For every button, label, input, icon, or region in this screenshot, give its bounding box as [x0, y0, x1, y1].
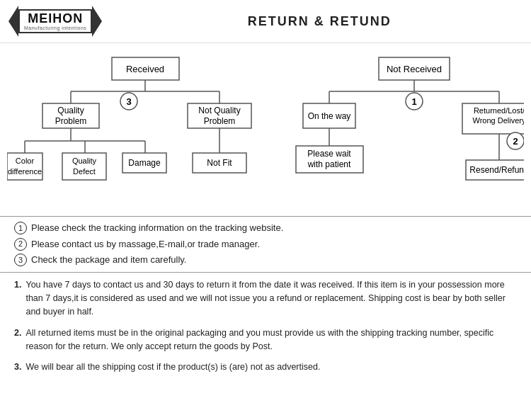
- logo-tagline: Manufacturing intentions: [24, 25, 86, 30]
- list-text-1: You have 7 days to contact us and 30 day…: [25, 278, 517, 319]
- svg-text:Damage: Damage: [128, 158, 161, 168]
- svg-text:Quality: Quality: [57, 106, 84, 115]
- svg-text:Problem: Problem: [204, 116, 236, 126]
- logo-name: MEIHON: [28, 12, 83, 26]
- svg-text:Defect: Defect: [73, 167, 96, 176]
- note-circle-2: 2: [14, 238, 27, 251]
- svg-text:Returned/Lost/: Returned/Lost/: [474, 106, 524, 115]
- svg-text:Quality: Quality: [72, 157, 97, 165]
- svg-text:Please wait: Please wait: [308, 149, 352, 159]
- list-text-2: All returned items must be in the origin…: [25, 327, 517, 354]
- svg-text:Problem: Problem: [55, 116, 87, 126]
- logo-triangle-right: [92, 6, 102, 37]
- svg-text:Not Quality: Not Quality: [198, 106, 240, 115]
- logo-box: MEIHON Manufacturing intentions: [18, 9, 92, 34]
- flow-left-svg: Received 3 Quality Problem Not Quality P…: [7, 50, 283, 213]
- header: MEIHON Manufacturing intentions RETURN &…: [0, 0, 531, 43]
- note-item-3: 3 Check the package and item carefully.: [14, 253, 517, 267]
- svg-text:On the way: On the way: [308, 111, 351, 121]
- list-item-3: 3. We will bear all the shipping cost if…: [14, 361, 517, 374]
- svg-text:with patient: with patient: [307, 159, 351, 169]
- svg-text:Wrong Delivery: Wrong Delivery: [473, 116, 524, 125]
- note-item-2: 2 Please contact us by massage,E-mail,or…: [14, 237, 517, 251]
- list-num-3: 3.: [14, 361, 21, 374]
- flow-right-svg: Not Received 1 On the way Returned/Lost/…: [283, 50, 524, 213]
- note-circle-3: 3: [14, 254, 27, 266]
- svg-text:3: 3: [126, 96, 131, 107]
- list-item-2: 2. All returned items must be in the ori…: [14, 327, 517, 354]
- note-circle-1: 1: [14, 222, 27, 234]
- note-item-1: 1 Please check the tracking information …: [14, 221, 517, 235]
- flow-left-panel: Received 3 Quality Problem Not Quality P…: [7, 50, 283, 213]
- logo-area: MEIHON Manufacturing intentions: [8, 6, 102, 37]
- notes-section: 1 Please check the tracking information …: [0, 216, 531, 272]
- list-text-3: We will bear all the shipping cost if th…: [25, 361, 320, 374]
- list-num-1: 1.: [14, 278, 21, 319]
- list-item-1: 1. You have 7 days to contact us and 30 …: [14, 278, 517, 319]
- svg-text:1: 1: [412, 96, 417, 107]
- svg-text:2: 2: [513, 136, 518, 147]
- flow-right-panel: Not Received 1 On the way Returned/Lost/…: [283, 50, 524, 213]
- svg-text:Not Fit: Not Fit: [207, 158, 232, 168]
- list-section: 1. You have 7 days to contact us and 30 …: [0, 272, 531, 387]
- svg-text:Resend/Refund: Resend/Refund: [470, 165, 524, 175]
- note-text-2: Please contact us by massage,E-mail,or t…: [31, 237, 260, 251]
- svg-text:Not  Received: Not Received: [387, 64, 442, 74]
- logo-triangle-left: [8, 6, 18, 37]
- list-num-2: 2.: [14, 327, 21, 354]
- note-text-1: Please check the tracking information on…: [31, 221, 283, 235]
- svg-text:difference: difference: [8, 167, 42, 176]
- page-title: RETURN & RETUND: [116, 14, 523, 29]
- flowchart-area: Received 3 Quality Problem Not Quality P…: [0, 43, 531, 213]
- note-text-3: Check the package and item carefully.: [31, 253, 186, 267]
- svg-text:Received: Received: [126, 64, 164, 74]
- svg-text:Color: Color: [16, 157, 35, 165]
